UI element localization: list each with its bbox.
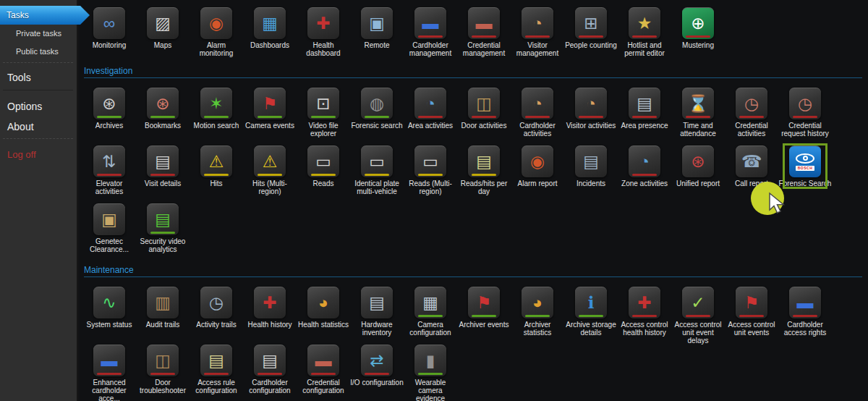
task-item-hits[interactable]: ⚠Hits — [190, 145, 243, 203]
task-item-time-and-attendance[interactable]: ⌛Time and attendance — [671, 88, 725, 145]
io-config-arrows-icon[interactable]: ⇄ — [361, 345, 393, 376]
zone-activities-clock-icon[interactable]: ◔ — [629, 145, 660, 177]
task-item-unified-report[interactable]: ⊛Unified report — [671, 145, 725, 203]
area-presence-icon[interactable]: ▤ — [629, 88, 660, 119]
motion-search-icon[interactable]: ✶ — [200, 88, 232, 119]
area-activities-clock-icon[interactable]: ◔ — [414, 88, 446, 119]
task-item-wearable-camera-evidence[interactable]: ▮Wearable camera evidence — [404, 345, 457, 401]
task-item-cardholder-access-rights[interactable]: ▬Cardholder access rights — [778, 287, 832, 345]
access-keypad-health-icon[interactable]: ✚ — [629, 287, 660, 318]
visitor-activities-clock-icon[interactable]: ◔ — [575, 88, 607, 119]
map-icon[interactable]: ▨ — [147, 7, 179, 39]
task-item-archives[interactable]: ⊛Archives — [82, 88, 136, 145]
alarm-report-icon[interactable]: ◉ — [522, 145, 553, 177]
unit-events-flag-icon[interactable]: ⚑ — [736, 287, 767, 318]
video-file-icon[interactable]: ⊡ — [307, 88, 339, 119]
incidents-search-icon[interactable]: ▤ — [575, 145, 607, 177]
health-dashboard-icon[interactable]: ✚ — [307, 7, 339, 39]
unit-event-delays-icon[interactable]: ✓ — [682, 287, 714, 318]
calendar-plate-icon[interactable]: ▤ — [468, 145, 500, 177]
bosch-forensic-search-eye-icon[interactable]: BOSCH — [789, 145, 821, 177]
task-item-credential-request-history[interactable]: ◷Credential request history — [778, 88, 832, 145]
video-analytics-icon[interactable]: ▤ — [147, 203, 179, 235]
task-item-alarm-monitoring[interactable]: ◉Alarm monitoring — [190, 7, 243, 65]
visitor-clock-icon[interactable]: ◔ — [522, 7, 553, 39]
task-item-cardholder-configuration[interactable]: ▤Cardholder configuration — [243, 345, 297, 401]
task-item-incidents[interactable]: ▤Incidents — [564, 145, 618, 203]
forensic-search-icon[interactable]: ◍ — [361, 88, 393, 119]
task-item-system-status[interactable]: ∿System status — [82, 287, 136, 345]
wearable-camera-icon[interactable]: ▮ — [414, 345, 446, 376]
task-item-identical-plate-multi-vehicle[interactable]: ▭Identical plate multi-vehicle — [350, 145, 404, 203]
archiver-flag-db-icon[interactable]: ⚑ — [468, 287, 500, 318]
access-rights-card-icon[interactable]: ▬ — [789, 287, 821, 318]
task-item-access-control-unit-event-delays[interactable]: ✓Access control unit event delays — [671, 287, 725, 345]
task-item-reads-hits-per-day[interactable]: ▤Reads/hits per day — [457, 145, 511, 203]
task-item-motion-search[interactable]: ✶Motion search — [190, 88, 243, 145]
task-item-i-o-configuration[interactable]: ⇄I/O configuration — [350, 345, 404, 401]
task-item-people-counting[interactable]: ⊞People counting — [564, 7, 618, 65]
health-pie-icon[interactable]: ◕ — [307, 287, 339, 318]
cardholder-card-icon[interactable]: ▬ — [414, 7, 446, 39]
task-item-zone-activities[interactable]: ◔Zone activities — [618, 145, 671, 203]
license-plate-warning-icon[interactable]: ⚠ — [254, 145, 286, 177]
license-plate-warning-icon[interactable]: ⚠ — [200, 145, 232, 177]
task-item-visitor-activities[interactable]: ◔Visitor activities — [564, 88, 618, 145]
door-troubleshooter-icon[interactable]: ◫ — [147, 345, 179, 376]
license-plate-search-icon[interactable]: ▭ — [307, 145, 339, 177]
license-plates-icon[interactable]: ▭ — [361, 145, 393, 177]
task-item-health-history[interactable]: ✚Health history — [243, 287, 297, 345]
task-item-access-control-unit-events[interactable]: ⚑Access control unit events — [725, 287, 778, 345]
task-item-mustering[interactable]: ⊕Mustering — [671, 7, 725, 65]
task-item-hits-multi-region[interactable]: ⚠Hits (Multi-region) — [243, 145, 297, 203]
task-item-credential-management[interactable]: ▬Credential management — [457, 7, 511, 65]
task-item-genetec-clearance[interactable]: ▣Genetec Clearance... — [82, 203, 136, 261]
task-item-credential-configuration[interactable]: ▬Credential configuration — [297, 345, 350, 401]
unified-report-network-icon[interactable]: ⊛ — [682, 145, 714, 177]
remote-monitor-icon[interactable]: ▣ — [361, 7, 393, 39]
mustering-arrows-icon[interactable]: ⊕ — [682, 7, 714, 39]
people-counting-icon[interactable]: ⊞ — [575, 7, 607, 39]
camera-config-icon[interactable]: ▦ — [414, 287, 446, 318]
task-item-dashboards[interactable]: ▦Dashboards — [243, 7, 297, 65]
credential-clock-icon[interactable]: ◷ — [736, 88, 767, 119]
task-item-camera-configuration[interactable]: ▦Camera configuration — [404, 287, 457, 345]
license-plate-search-icon[interactable]: ▭ — [414, 145, 446, 177]
sidebar-item-public-tasks[interactable]: Public tasks — [16, 47, 59, 56]
sidebar-item-tasks[interactable]: Tasks — [0, 6, 90, 25]
task-item-reads[interactable]: ▭Reads — [297, 145, 350, 203]
cardholder-config-icon[interactable]: ▤ — [254, 345, 286, 376]
archiver-pie-db-icon[interactable]: ◕ — [522, 287, 553, 318]
credential-history-icon[interactable]: ◷ — [789, 88, 821, 119]
sidebar-item-log-off[interactable]: Log off — [7, 149, 36, 160]
task-item-hardware-inventory[interactable]: ▤Hardware inventory — [350, 287, 404, 345]
task-item-camera-events[interactable]: ⚑Camera events — [243, 88, 297, 145]
credential-config-icon[interactable]: ▬ — [307, 345, 339, 376]
film-reel-search-icon[interactable]: ⊛ — [93, 88, 125, 119]
telephone-icon[interactable]: ☎ — [736, 145, 767, 177]
task-item-area-presence[interactable]: ▤Area presence — [618, 88, 671, 145]
task-item-archiver-statistics[interactable]: ◕Archiver statistics — [511, 287, 564, 345]
task-item-alarm-report[interactable]: ◉Alarm report — [511, 145, 564, 203]
task-item-forensic-search[interactable]: ◍Forensic search — [350, 88, 404, 145]
task-item-cardholder-management[interactable]: ▬Cardholder management — [404, 7, 457, 65]
task-item-enhanced-cardholder-acce[interactable]: ▬Enhanced cardholder acce... — [82, 345, 136, 401]
task-item-hotlist-and-permit-editor[interactable]: ★Hotlist and permit editor — [618, 7, 671, 65]
storage-info-icon[interactable]: ℹ — [575, 287, 607, 318]
task-item-area-activities[interactable]: ◔Area activities — [404, 88, 457, 145]
task-item-access-rule-configuration[interactable]: ▤Access rule configuration — [190, 345, 243, 401]
bookmark-reel-icon[interactable]: ⊛ — [147, 88, 179, 119]
task-item-reads-multi-region[interactable]: ▭Reads (Multi-region) — [404, 145, 457, 203]
task-item-visit-details[interactable]: ▤Visit details — [136, 145, 190, 203]
task-item-visitor-management[interactable]: ◔Visitor management — [511, 7, 564, 65]
task-item-door-activities[interactable]: ◫Door activities — [457, 88, 511, 145]
task-item-health-dashboard[interactable]: ✚Health dashboard — [297, 7, 350, 65]
clearance-box-icon[interactable]: ▣ — [93, 203, 125, 235]
sidebar-item-options[interactable]: Options — [7, 101, 42, 112]
task-item-cardholder-activities[interactable]: ◔Cardholder activities — [511, 88, 564, 145]
task-item-bookmarks[interactable]: ⊛Bookmarks — [136, 88, 190, 145]
dashboard-charts-icon[interactable]: ▦ — [254, 7, 286, 39]
cardholder-clock-icon[interactable]: ◔ — [522, 88, 553, 119]
enhanced-cardholder-icon[interactable]: ▬ — [93, 345, 125, 376]
access-rule-notes-icon[interactable]: ▤ — [200, 345, 232, 376]
